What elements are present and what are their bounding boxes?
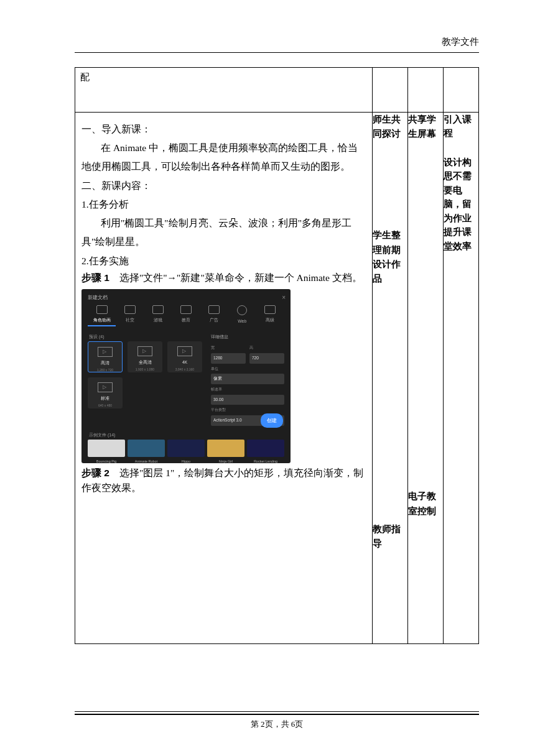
presets-grid: 高清1,280 x 720全高清1,920 x 1,0804K3,840 x 2… [88, 341, 206, 408]
category-tab[interactable]: 游戏 [144, 305, 172, 327]
resource-note: 电子教室控制 [408, 489, 443, 518]
sample-name: Bouncing Pig [88, 458, 125, 463]
presets-label: 预设 (4) [89, 333, 105, 341]
create-button[interactable]: 创建 [261, 413, 283, 428]
sample-thumb [207, 440, 244, 457]
cell-pei: 配 [75, 68, 373, 113]
sample-card[interactable]: Ninja Girl [207, 440, 244, 463]
tab-icon [124, 305, 136, 314]
preset-dim: 1,920 x 1,080 [128, 367, 162, 373]
page-number: 第 2页，共 6页 [75, 719, 479, 730]
purpose-note: 引入课程 [444, 113, 478, 141]
cell-empty [444, 68, 479, 113]
table-row: 配 [75, 68, 479, 113]
activity-note: 教师指导 [373, 522, 407, 551]
unit-label: 单位 [211, 366, 284, 373]
preset-icon [177, 346, 192, 356]
preset-name: 全高清 [128, 359, 162, 367]
tab-label: 社交 [116, 316, 144, 325]
preset-icon [98, 347, 113, 357]
tab-label: 广告 [200, 316, 228, 325]
step-line: 步骤 1 选择"文件"→"新建"菜单命令，新建一个 Animate 文档。 [81, 270, 366, 285]
preset-dim: 3,840 x 2,160 [167, 367, 202, 373]
paragraph: 利用"椭圆工具"绘制月亮、云朵、波浪；利用"多角星形工具"绘制星星。 [81, 214, 366, 251]
preset-name: 4K [167, 359, 202, 367]
tab-icon [264, 305, 276, 314]
preset-icon [98, 382, 113, 392]
animate-new-doc-screenshot: 新建文档 × 角色动画社交游戏教育广告Web高级 预设 (4) 高清1,280 … [81, 289, 291, 463]
header-label: 教学文件 [442, 36, 479, 48]
samples-label: 示例文件 (14) [89, 431, 115, 440]
fps-label: 帧速率 [211, 386, 284, 394]
sample-card[interactable]: Animate Robot [128, 440, 165, 463]
sample-name: Ninja Girl [207, 458, 244, 463]
preset-dim: 1,280 x 720 [88, 367, 122, 374]
step-text: 选择"文件"→"新建"菜单命令，新建一个 Animate 文档。 [109, 272, 362, 283]
purpose-column: 引入课程 设计构思不需要电脑，留为作业提升课堂效率 [444, 113, 479, 644]
preset-card[interactable]: 4K3,840 x 2,160 [167, 341, 202, 372]
category-tab[interactable]: 高级 [256, 305, 284, 327]
sample-card[interactable]: Hippo [167, 440, 205, 463]
details-panel: 详细信息 宽1280 高720 单位像素 帧速率30.00 平台类型Action… [211, 333, 284, 426]
main-content-cell: 一、导入新课： 在 Animate 中，椭圆工具是使用频率较高的绘图工具，恰当地… [75, 113, 373, 644]
category-tab[interactable]: Web [228, 305, 256, 327]
tab-icon [96, 305, 108, 314]
step-text: 选择"图层 1"，绘制舞台大小的矩形，填充径向渐变，制作夜空效果。 [81, 468, 363, 493]
category-tab[interactable]: 角色动画 [88, 305, 116, 327]
section-heading: 一、导入新课： [81, 120, 366, 139]
preset-card[interactable]: 标准640 x 480 [88, 377, 123, 408]
category-tab[interactable]: 教育 [172, 305, 200, 327]
page-footer: 第 2页，共 6页 [75, 711, 479, 730]
height-input[interactable]: 720 [249, 353, 284, 364]
category-tabs: 角色动画社交游戏教育广告Web高级 [81, 305, 291, 327]
fps-input[interactable]: 30.00 [211, 395, 284, 405]
tab-icon [152, 305, 164, 314]
table-row: 一、导入新课： 在 Animate 中，椭圆工具是使用频率较高的绘图工具，恰当地… [75, 113, 479, 644]
sample-thumb [128, 440, 165, 457]
subheading: 1.任务分析 [81, 195, 366, 214]
samples-row: Bouncing PigAnimate RobotHippoNinja Girl… [88, 440, 284, 463]
activity-note: 师生共同探讨 [373, 113, 407, 141]
width-input[interactable]: 1280 [211, 353, 246, 364]
preset-card[interactable]: 全高清1,920 x 1,080 [128, 341, 162, 372]
preset-icon [137, 346, 152, 356]
preset-card[interactable]: 高清1,280 x 720 [88, 341, 123, 372]
resource-column: 共享学生屏幕 电子教室控制 [408, 113, 444, 644]
tab-label: Web [228, 317, 256, 326]
activity-column: 师生共同探讨 学生整理前期设计作品 教师指导 [373, 113, 408, 644]
sample-card[interactable]: Rocket Landing [247, 440, 284, 463]
step-label: 步骤 2 [81, 468, 109, 478]
subheading: 2.任务实施 [81, 252, 366, 270]
preset-name: 高清 [88, 359, 122, 367]
purpose-note: 设计构思不需要电脑，留为作业提升课堂效率 [444, 155, 478, 253]
preset-dim: 640 x 480 [88, 403, 123, 409]
cell-empty [373, 68, 408, 113]
unit-select[interactable]: 像素 [211, 374, 284, 384]
category-tab[interactable]: 社交 [116, 305, 144, 327]
category-tab[interactable]: 广告 [200, 305, 228, 327]
lesson-table: 配 一、导入新课： 在 Animate 中，椭圆工具是使用频率较高的绘图工具，恰… [75, 67, 479, 644]
sample-name: Animate Robot [128, 458, 165, 463]
preset-name: 标准 [88, 395, 123, 403]
step-line: 步骤 2 选择"图层 1"，绘制舞台大小的矩形，填充径向渐变，制作夜空效果。 [81, 466, 366, 496]
details-title: 详细信息 [211, 333, 284, 341]
sample-thumb [88, 440, 125, 457]
close-icon[interactable]: × [282, 292, 286, 304]
tab-icon [180, 305, 192, 314]
tab-label: 角色动画 [88, 316, 116, 325]
sample-card[interactable]: Bouncing Pig [88, 440, 125, 463]
tab-icon [208, 305, 220, 314]
step-label: 步骤 1 [81, 272, 109, 283]
tab-label: 教育 [172, 316, 200, 325]
dialog-title: 新建文档 [88, 293, 108, 303]
sample-name: Hippo [167, 458, 205, 463]
resource-note: 共享学生屏幕 [408, 113, 443, 141]
sample-name: Rocket Landing [247, 458, 284, 463]
section-heading: 二、新课内容： [81, 177, 366, 195]
sample-thumb [247, 440, 284, 457]
cell-empty [408, 68, 444, 113]
tab-label: 游戏 [144, 316, 172, 325]
header-rule [75, 52, 479, 53]
width-label: 宽 [211, 344, 246, 352]
tab-label: 高级 [256, 316, 284, 325]
